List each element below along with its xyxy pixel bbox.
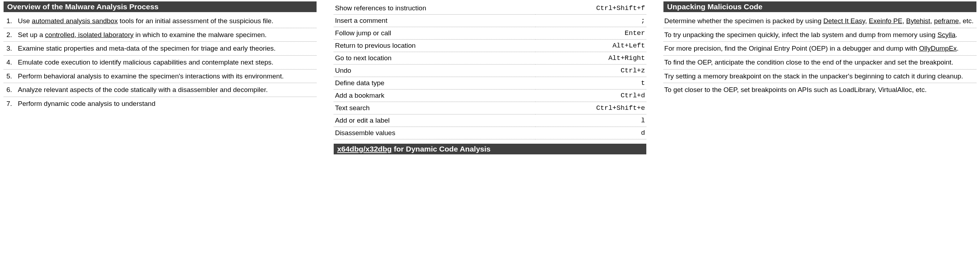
link-scylla[interactable]: Scylla <box>937 31 956 38</box>
shortcut-desc: Show references to instruction <box>334 2 536 14</box>
paragraph: Try setting a memory breakpoint on the s… <box>663 70 977 84</box>
link-detect-it-easy[interactable]: Detect It Easy <box>823 17 865 25</box>
column-overview: Overview of the Malware Analysis Process… <box>3 2 317 156</box>
shortcut-key: Ctrl+z <box>535 65 646 77</box>
shortcut-row: Add or edit a labell <box>334 114 647 127</box>
shortcut-desc: Add a bookmark <box>334 90 536 102</box>
shortcut-desc: Undo <box>334 65 536 77</box>
shortcut-table: Show references to instructionCtrl+Shift… <box>334 2 647 139</box>
shortcut-key: Alt+Left <box>535 40 646 52</box>
link-x64dbg[interactable]: x64dbg/x32dbg <box>337 145 392 153</box>
link-ollydumpex[interactable]: OllyDumpEx <box>919 44 957 52</box>
shortcut-key: Ctrl+Shift+e <box>535 102 646 114</box>
paragraph: To try unpacking the specimen quickly, i… <box>663 28 977 42</box>
list-item: Analyze relevant aspects of the code sta… <box>3 83 317 97</box>
paragraph: For more precision, find the Original En… <box>663 42 977 55</box>
shortcut-key: l <box>535 114 646 127</box>
list-item: Examine static properties and meta-data … <box>3 42 317 55</box>
shortcut-row: Go to next locationAlt+Right <box>334 52 647 65</box>
shortcut-key: d <box>535 127 646 139</box>
shortcut-row: Text searchCtrl+Shift+e <box>334 102 647 114</box>
paragraph: To get closer to the OEP, set breakpoint… <box>663 83 977 96</box>
shortcut-key: Ctrl+Shift+f <box>535 2 646 14</box>
shortcut-desc: Return to previous location <box>334 40 536 52</box>
shortcut-key: ; <box>535 14 646 27</box>
x64dbg-heading: x64dbg/x32dbg for Dynamic Code Analysis <box>334 144 647 154</box>
shortcut-row: Insert a comment; <box>334 14 647 27</box>
unpacking-paragraphs: Determine whether the specimen is packed… <box>663 14 977 96</box>
paragraph: To find the OEP, anticipate the conditio… <box>663 55 977 70</box>
shortcut-row: Return to previous locationAlt+Left <box>334 40 647 52</box>
shortcut-key: Enter <box>535 27 646 40</box>
shortcut-row: UndoCtrl+z <box>334 65 647 77</box>
list-item: Emulate code execution to identify malic… <box>3 55 317 70</box>
shortcut-key: Alt+Right <box>535 52 646 65</box>
column-unpacking: Unpacking Malicious Code Determine wheth… <box>663 2 977 156</box>
shortcut-desc: Insert a comment <box>334 14 536 27</box>
shortcut-desc: Add or edit a label <box>334 114 536 127</box>
list-item: Set up a controlled, isolated laboratory… <box>3 28 317 42</box>
shortcut-row: Disassemble valuesd <box>334 127 647 139</box>
shortcut-row: Follow jump or callEnter <box>334 27 647 40</box>
shortcut-desc: Go to next location <box>334 52 536 65</box>
shortcut-desc: Follow jump or call <box>334 27 536 40</box>
link-laboratory[interactable]: controlled, isolated laboratory <box>45 31 134 38</box>
link-sandbox[interactable]: automated analysis sandbox <box>32 17 118 25</box>
overview-list: Use automated analysis sandbox tools for… <box>3 14 317 110</box>
shortcut-desc: Define data type <box>334 77 536 90</box>
shortcut-desc: Text search <box>334 102 536 114</box>
unpacking-heading: Unpacking Malicious Code <box>663 2 977 12</box>
shortcut-row: Add a bookmarkCtrl+d <box>334 90 647 102</box>
paragraph: Determine whether the specimen is packed… <box>663 14 977 28</box>
link-peframe[interactable]: peframe <box>934 17 959 25</box>
shortcut-key: t <box>535 77 646 90</box>
shortcut-row: Show references to instructionCtrl+Shift… <box>334 2 647 14</box>
list-item: Use automated analysis sandbox tools for… <box>3 14 317 28</box>
link-exeinfo-pe[interactable]: Exeinfo PE <box>869 17 902 25</box>
shortcut-key: Ctrl+d <box>535 90 646 102</box>
list-item: Perform behavioral analysis to examine t… <box>3 70 317 84</box>
shortcut-desc: Disassemble values <box>334 127 536 139</box>
overview-heading: Overview of the Malware Analysis Process <box>3 2 317 12</box>
link-bytehist[interactable]: Bytehist <box>906 17 931 25</box>
list-item: Perform dynamic code analysis to underst… <box>3 97 317 111</box>
column-shortcuts: Show references to instructionCtrl+Shift… <box>334 2 647 156</box>
shortcut-row: Define data typet <box>334 77 647 90</box>
